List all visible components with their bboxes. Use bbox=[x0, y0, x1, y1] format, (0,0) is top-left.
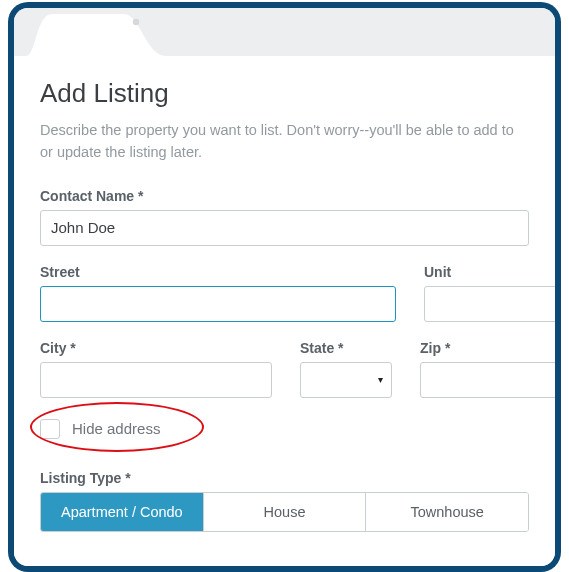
form-card: Add Listing Describe the property you wa… bbox=[14, 56, 555, 566]
street-label: Street bbox=[40, 264, 396, 280]
page-subtitle: Describe the property you want to list. … bbox=[40, 119, 529, 164]
contact-name-input[interactable] bbox=[40, 210, 529, 246]
listing-type-segmented: Apartment / Condo House Townhouse bbox=[40, 492, 529, 532]
unit-label: Unit bbox=[424, 264, 555, 280]
listing-type-apartment[interactable]: Apartment / Condo bbox=[41, 493, 204, 531]
svg-point-0 bbox=[133, 19, 139, 25]
listing-type-house[interactable]: House bbox=[204, 493, 367, 531]
hide-address-row: Hide address bbox=[40, 416, 529, 442]
hide-address-label: Hide address bbox=[72, 420, 160, 437]
state-select[interactable] bbox=[300, 362, 392, 398]
state-label: State * bbox=[300, 340, 392, 356]
street-input[interactable] bbox=[40, 286, 396, 322]
zip-input[interactable] bbox=[420, 362, 555, 398]
listing-type-label: Listing Type * bbox=[40, 470, 529, 486]
unit-input[interactable] bbox=[424, 286, 555, 322]
city-input[interactable] bbox=[40, 362, 272, 398]
page-title: Add Listing bbox=[40, 78, 529, 109]
listing-type-townhouse[interactable]: Townhouse bbox=[366, 493, 528, 531]
city-label: City * bbox=[40, 340, 272, 356]
window-frame: Add Listing Describe the property you wa… bbox=[14, 8, 555, 566]
hide-address-checkbox[interactable] bbox=[40, 419, 60, 439]
tab-active[interactable] bbox=[26, 12, 166, 56]
contact-name-label: Contact Name * bbox=[40, 188, 529, 204]
zip-label: Zip * bbox=[420, 340, 555, 356]
tab-bar bbox=[14, 8, 555, 56]
